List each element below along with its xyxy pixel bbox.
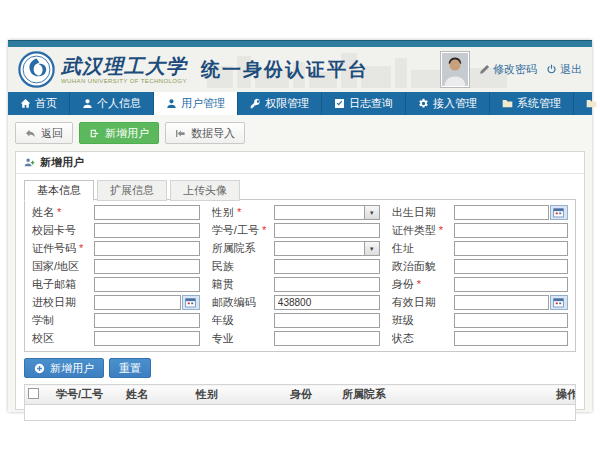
back-button[interactable]: 返回	[15, 122, 73, 144]
platform-title: 统一身份认证平台	[201, 57, 369, 83]
field-wrap	[454, 313, 568, 328]
page-canvas: 武汉理工大学 WUHAN UNIVERSITY OF TECHNOLOGY 统一…	[0, 0, 600, 450]
nav-tab-user-mgmt[interactable]: 用户管理	[154, 92, 238, 115]
field-label: 身份 *	[392, 277, 454, 292]
app-header: 武汉理工大学 WUHAN UNIVERSITY OF TECHNOLOGY 统一…	[8, 47, 592, 92]
app-window: 武汉理工大学 WUHAN UNIVERSITY OF TECHNOLOGY 统一…	[8, 40, 592, 412]
panel-title-label: 新增用户	[40, 155, 84, 170]
logout-link[interactable]: 退出	[546, 62, 582, 77]
change-password-label: 修改密码	[493, 62, 537, 77]
field-label: 校园卡号	[32, 223, 94, 238]
nav-tab-profile[interactable]: 个人信息	[70, 92, 154, 115]
nav-tab-home[interactable]: 首页	[8, 92, 70, 115]
calendar-button[interactable]	[550, 205, 568, 220]
field-input-status[interactable]	[454, 331, 568, 346]
table-header-col-4: 所属院系	[339, 385, 553, 405]
selected-value	[275, 247, 278, 258]
table-header-col-2: 性别	[193, 385, 287, 405]
dropdown-arrow-icon[interactable]: ▼	[364, 206, 379, 219]
form-field-major: 专业	[212, 331, 380, 346]
field-input-campus[interactable]	[94, 331, 200, 346]
select-all-checkbox[interactable]	[28, 388, 39, 399]
field-label: 有效日期	[392, 295, 454, 310]
field-label: 籍贯	[212, 277, 274, 292]
form-field-country-region: 国家/地区	[32, 259, 200, 274]
nav-tab-log-query[interactable]: 日志查询	[322, 92, 406, 115]
field-wrap	[454, 241, 568, 256]
university-logo	[18, 51, 55, 88]
calendar-button[interactable]	[550, 295, 568, 310]
field-input-school-system[interactable]	[94, 313, 200, 328]
nav-tab-permission-mgmt[interactable]: 权限管理	[238, 92, 322, 115]
log-icon	[334, 98, 345, 109]
field-wrap	[94, 313, 200, 328]
nav-tab-subscription-mgmt[interactable]: 订阅管理	[574, 92, 600, 115]
required-marker: *	[57, 206, 61, 218]
field-label: 所属院系	[212, 241, 274, 256]
tab-upload-avatar[interactable]: 上传头像	[170, 180, 240, 201]
field-select-department[interactable]: ▼	[274, 241, 380, 256]
field-input-major[interactable]	[274, 331, 380, 346]
field-label: 姓名 *	[32, 205, 94, 220]
field-input-id-number[interactable]	[94, 241, 200, 256]
form-field-grade: 年级	[212, 313, 380, 328]
field-input-class[interactable]	[454, 313, 568, 328]
data-import-button[interactable]: 数据导入	[165, 122, 245, 144]
field-input-native-place[interactable]	[274, 277, 380, 292]
form-field-postal-code: 邮政编码	[212, 295, 380, 310]
dropdown-arrow-icon[interactable]: ▼	[364, 242, 379, 255]
field-input-postal-code[interactable]	[274, 295, 380, 310]
field-input-birth-date[interactable]	[454, 205, 549, 220]
nav-tab-access-mgmt[interactable]: 接入管理	[406, 92, 490, 115]
new-user-button[interactable]: 新增用户	[79, 122, 159, 144]
required-marker: *	[79, 242, 83, 254]
change-password-link[interactable]: 修改密码	[479, 62, 537, 77]
university-name: 武汉理工大学 WUHAN UNIVERSITY OF TECHNOLOGY	[61, 56, 187, 84]
nav-tab-label: 接入管理	[433, 96, 477, 111]
data-import-button-label: 数据导入	[191, 126, 235, 141]
field-wrap	[454, 331, 568, 346]
form-field-valid-date: 有效日期	[392, 295, 568, 310]
field-wrap	[274, 295, 380, 310]
nav-tab-label: 日志查询	[349, 96, 393, 111]
field-input-name[interactable]	[94, 205, 200, 220]
nav-tab-system-mgmt[interactable]: 系统管理	[490, 92, 574, 115]
field-label: 性别 *	[212, 205, 274, 220]
nav-tab-label: 个人信息	[97, 96, 141, 111]
field-input-ethnicity[interactable]	[274, 259, 380, 274]
field-wrap	[94, 277, 200, 292]
field-label: 专业	[212, 331, 274, 346]
calendar-button[interactable]	[182, 295, 200, 310]
field-input-country-region[interactable]	[94, 259, 200, 274]
table-header-col-3: 身份	[287, 385, 339, 405]
field-input-campus-card-no[interactable]	[94, 223, 200, 238]
tab-basic-info[interactable]: 基本信息	[24, 180, 94, 201]
field-input-id-type[interactable]	[454, 223, 568, 238]
form-field-campus-card-no: 校园卡号	[32, 223, 200, 238]
university-name-en: WUHAN UNIVERSITY OF TECHNOLOGY	[61, 78, 187, 84]
calendar-icon	[553, 297, 564, 308]
field-input-political-status[interactable]	[454, 259, 568, 274]
field-wrap	[94, 295, 200, 310]
field-input-student-employee-no[interactable]	[274, 223, 380, 238]
field-label: 状态	[392, 331, 454, 346]
field-label: 校区	[32, 331, 94, 346]
user-box: 修改密码 退出	[440, 51, 582, 88]
required-marker: *	[262, 224, 266, 236]
field-input-entry-date[interactable]	[94, 295, 181, 310]
submit-new-user-button[interactable]: 新增用户	[24, 358, 104, 378]
field-input-address[interactable]	[454, 241, 568, 256]
tab-extended-info[interactable]: 扩展信息	[97, 180, 167, 201]
reset-button[interactable]: 重置	[109, 358, 151, 378]
key-icon	[250, 98, 261, 109]
field-input-email[interactable]	[94, 277, 200, 292]
field-input-identity[interactable]	[454, 277, 568, 292]
field-select-gender[interactable]: ▼	[274, 205, 380, 220]
person-icon	[82, 98, 93, 109]
user-table: 学号/工号姓名性别身份所属院系操作	[24, 384, 576, 421]
field-wrap	[454, 205, 568, 220]
field-input-valid-date[interactable]	[454, 295, 549, 310]
table-header-col-1: 姓名	[123, 385, 193, 405]
submit-button-label: 新增用户	[50, 361, 94, 376]
field-input-grade[interactable]	[274, 313, 380, 328]
